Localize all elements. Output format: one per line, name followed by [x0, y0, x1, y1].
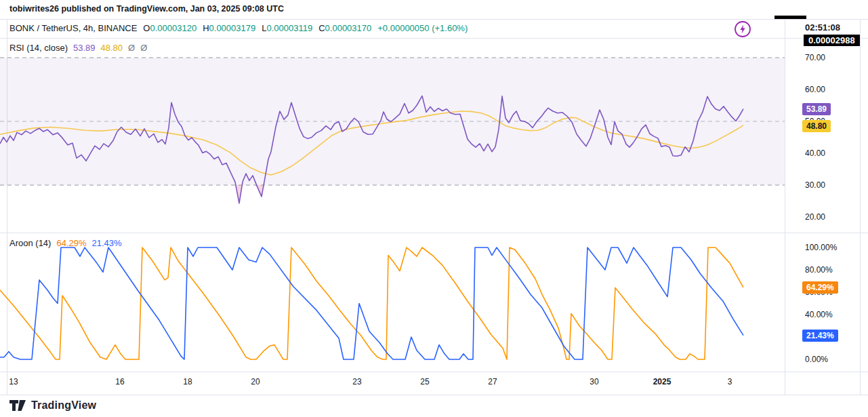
aroon-down-value: 21.43%: [92, 238, 122, 248]
time-label-13[interactable]: 13: [9, 377, 18, 386]
rsi-hidden-toggle-2[interactable]: Ø: [140, 43, 147, 53]
aroon-up-line: [0, 247, 743, 359]
time-label-25[interactable]: 25: [420, 377, 429, 386]
time-label-20[interactable]: 20: [251, 377, 260, 386]
rsi-label: RSI (14, close): [9, 43, 68, 53]
aroon-axis-0[interactable]: 0.00%: [805, 355, 828, 364]
bar-countdown-timer: 02:51:08: [805, 22, 840, 33]
time-label-30[interactable]: 30: [590, 377, 598, 386]
aroon-down-badge: 21.43%: [802, 330, 838, 342]
right-edge-border: [860, 19, 861, 395]
aroon-axis-100[interactable]: 100.00%: [805, 243, 837, 252]
tradingview-mark-icon: [9, 400, 26, 411]
ohlc-high: H0.00003179: [203, 23, 255, 33]
aroon-up-value: 64.29%: [56, 238, 86, 248]
rsi-legend[interactable]: RSI (14, close) 53.89 48.80 Ø Ø: [9, 43, 147, 53]
tradingview-wordmark: TradingView: [31, 399, 96, 412]
rsi-axis-60[interactable]: 60.00: [805, 85, 825, 94]
symbol-title[interactable]: BONK / TetherUS, 4h, BINANCE: [9, 23, 137, 33]
rsi-pane[interactable]: [0, 38, 785, 233]
time-label-2025[interactable]: 2025: [653, 377, 671, 386]
time-axis-separator: [0, 372, 868, 372]
ohlc-low: L0.00003119: [262, 23, 312, 33]
published-chart-page: tobiwrites26 published on TradingView.co…: [0, 0, 868, 417]
time-label-18[interactable]: 18: [183, 377, 192, 386]
ohlc-close: C0.00003170: [318, 23, 371, 33]
rsi-axis-30[interactable]: 30.00: [805, 180, 825, 190]
rsi-hidden-toggle-1[interactable]: Ø: [128, 43, 135, 53]
aroon-legend[interactable]: Aroon (14) 64.29% 21.43%: [9, 238, 122, 248]
published-by-line: tobiwrites26 published on TradingView.co…: [9, 4, 284, 14]
time-label-23[interactable]: 23: [352, 377, 361, 386]
aroon-axis-40[interactable]: 40.00%: [805, 310, 833, 319]
rsi-ma-value-badge: 48.80: [802, 120, 831, 132]
price-axis-border[interactable]: [785, 19, 785, 395]
tradingview-logo[interactable]: TradingView: [9, 399, 96, 412]
symbol-info-row: BONK / TetherUS, 4h, BINANCE O0.00003120…: [9, 23, 468, 33]
rsi-axis-40[interactable]: 40.00: [805, 148, 825, 158]
rsi-ma-value: 48.80: [101, 43, 123, 53]
time-label-3[interactable]: 3: [728, 377, 732, 386]
flash-icon: [734, 20, 751, 38]
rsi-axis-70[interactable]: 70.00: [805, 53, 825, 62]
rsi-value-badge: 53.89: [802, 103, 831, 115]
boost-flash-button[interactable]: [734, 20, 751, 38]
aroon-pane[interactable]: [0, 233, 785, 372]
time-label-27[interactable]: 27: [488, 377, 497, 386]
change-value: +0.00000050 (+1.60%): [377, 23, 468, 33]
bottom-separator: [0, 395, 868, 395]
rsi-axis-20[interactable]: 20.00: [805, 212, 825, 222]
aroon-down-line: [0, 247, 743, 359]
time-label-16[interactable]: 16: [115, 377, 124, 386]
aroon-label: Aroon (14): [9, 238, 51, 248]
header-separator: [0, 19, 868, 20]
ohlc-open: O0.00003120: [143, 23, 197, 33]
rsi-value: 53.89: [73, 43, 96, 53]
aroon-axis-80[interactable]: 80.00%: [805, 265, 833, 275]
last-price-badge: 0.00002988: [804, 35, 860, 46]
aroon-up-badge: 64.29%: [802, 281, 838, 294]
